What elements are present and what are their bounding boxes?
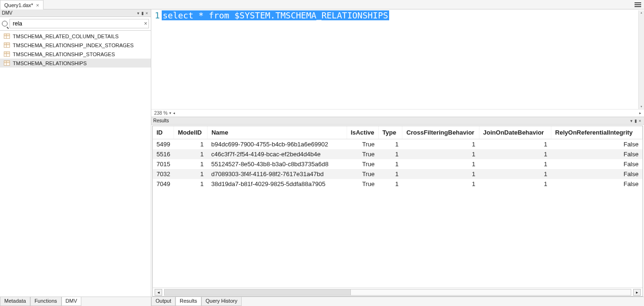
bottom-tab[interactable]: Functions bbox=[30, 297, 61, 306]
hscroll-left-icon[interactable]: ◂ bbox=[173, 111, 175, 115]
results-panel-header: Results ▾ ▮ × bbox=[151, 117, 644, 125]
dmv-item-label: TMSCHEMA_RELATIONSHIP_INDEX_STORAGES bbox=[13, 42, 134, 48]
cell: 5499 bbox=[153, 139, 174, 150]
dmv-item[interactable]: TMSCHEMA_RELATED_COLUMN_DETAILS bbox=[0, 32, 151, 41]
cell: True bbox=[347, 139, 378, 150]
zoom-level: 238 % bbox=[154, 110, 167, 116]
column-header[interactable]: CrossFilteringBehavior bbox=[402, 126, 479, 139]
zoom-dropdown-icon[interactable]: ▾ bbox=[169, 111, 171, 115]
table-icon bbox=[4, 34, 10, 39]
table-icon bbox=[4, 42, 10, 48]
dmv-tree: TMSCHEMA_RELATED_COLUMN_DETAILSTMSCHEMA_… bbox=[0, 31, 151, 297]
cell: False bbox=[551, 159, 643, 169]
document-tab-label: Query1.dax* bbox=[4, 2, 33, 8]
bottom-tab[interactable]: Metadata bbox=[0, 297, 30, 306]
cell: 1 bbox=[174, 179, 208, 189]
cell: 7015 bbox=[153, 159, 174, 169]
scroll-down-icon[interactable]: ▾ bbox=[639, 104, 644, 109]
bottom-tab[interactable]: Results bbox=[175, 297, 201, 306]
search-input[interactable] bbox=[9, 19, 149, 28]
results-panel-title: Results bbox=[153, 118, 629, 123]
hscroll-right-icon[interactable]: ▸ bbox=[639, 111, 641, 115]
scroll-left-icon[interactable]: ◂ bbox=[155, 289, 162, 296]
table-row[interactable]: 54991b94dc699-7900-4755-b4cb-96b1a6e6990… bbox=[153, 139, 643, 150]
cell: 38d19da7-b81f-4029-9825-5ddfa88a7905 bbox=[208, 179, 347, 189]
dmv-panel: DMV ▾ ▮ × × TMSCHEMA_RELATED_COLUMN_DETA… bbox=[0, 9, 151, 297]
table-row[interactable]: 7015155124527-8e50-43b8-b3a0-c8bd3735a6d… bbox=[153, 159, 643, 169]
bottom-tab[interactable]: Query History bbox=[201, 297, 242, 306]
dropdown-icon[interactable]: ▾ bbox=[629, 119, 634, 123]
dmv-panel-title: DMV bbox=[2, 10, 136, 16]
editor-gutter: 1 bbox=[151, 10, 162, 109]
cell: True bbox=[347, 169, 378, 179]
document-tab[interactable]: Query1.dax* × bbox=[0, 0, 44, 9]
cell: c46c3f7f-2f54-4149-bcac-ef2bed4d4b4e bbox=[208, 149, 347, 159]
dmv-item[interactable]: TMSCHEMA_RELATIONSHIP_INDEX_STORAGES bbox=[0, 41, 151, 50]
cell: 1 bbox=[479, 149, 551, 159]
table-row[interactable]: 55161c46c3f7f-2f54-4149-bcac-ef2bed4d4b4… bbox=[153, 149, 643, 159]
close-icon[interactable]: × bbox=[36, 2, 39, 8]
cell: True bbox=[347, 179, 378, 189]
bottom-tab[interactable]: Output bbox=[151, 297, 175, 306]
clear-icon[interactable]: × bbox=[142, 20, 149, 27]
cell: b94dc699-7900-4755-b4cb-96b1a6e69902 bbox=[208, 139, 347, 150]
query-editor[interactable]: select * from $SYSTEM.TMSCHEMA_RELATIONS… bbox=[162, 10, 638, 109]
results-grid[interactable]: IDModelIDNameIsActiveTypeCrossFilteringB… bbox=[153, 126, 643, 189]
cell: 1 bbox=[402, 159, 479, 169]
cell: 1 bbox=[378, 169, 402, 179]
editor-status-bar: 238 % ▾ ◂ ▸ bbox=[151, 109, 644, 117]
cell: True bbox=[347, 149, 378, 159]
line-number: 1 bbox=[155, 10, 160, 20]
tab-menu-icon[interactable] bbox=[635, 2, 641, 7]
cell: 1 bbox=[479, 159, 551, 169]
left-bottom-tabs: MetadataFunctionsDMV bbox=[0, 297, 151, 306]
close-icon[interactable]: × bbox=[638, 119, 642, 123]
dmv-item[interactable]: TMSCHEMA_RELATIONSHIP_STORAGES bbox=[0, 50, 151, 59]
pin-icon[interactable]: ▮ bbox=[140, 11, 145, 16]
cell: 1 bbox=[479, 139, 551, 150]
pin-icon[interactable]: ▮ bbox=[634, 119, 638, 123]
cell: 7049 bbox=[153, 179, 174, 189]
results-hscroll[interactable]: ◂ ▸ bbox=[153, 288, 643, 296]
cell: 7032 bbox=[153, 169, 174, 179]
cell: 1 bbox=[479, 179, 551, 189]
cell: 1 bbox=[378, 139, 402, 150]
cell: 1 bbox=[402, 169, 479, 179]
close-icon[interactable]: × bbox=[145, 11, 149, 16]
column-header[interactable]: ID bbox=[153, 126, 174, 139]
cell: 1 bbox=[402, 179, 479, 189]
cell: False bbox=[551, 139, 643, 150]
right-bottom-tabs: OutputResultsQuery History bbox=[151, 297, 644, 306]
column-header[interactable]: IsActive bbox=[347, 126, 378, 139]
scroll-up-icon[interactable]: ▴ bbox=[639, 10, 644, 15]
column-header[interactable]: Name bbox=[208, 126, 347, 139]
results-panel: Results ▾ ▮ × IDModelIDNameIsActiveTypeC… bbox=[151, 117, 644, 297]
bottom-tab[interactable]: DMV bbox=[61, 297, 81, 306]
cell: 1 bbox=[174, 149, 208, 159]
dmv-panel-header: DMV ▾ ▮ × bbox=[0, 9, 151, 17]
table-icon bbox=[4, 51, 10, 57]
editor-vscroll[interactable]: ▴ ▾ bbox=[638, 10, 644, 109]
column-header[interactable]: ModelID bbox=[174, 126, 208, 139]
cell: 1 bbox=[378, 149, 402, 159]
table-row[interactable]: 7049138d19da7-b81f-4029-9825-5ddfa88a790… bbox=[153, 179, 643, 189]
cell: 1 bbox=[378, 179, 402, 189]
query-editor-panel: 1 select * from $SYSTEM.TMSCHEMA_RELATIO… bbox=[151, 9, 644, 117]
dmv-search: × bbox=[0, 17, 151, 31]
cell: 1 bbox=[174, 169, 208, 179]
dmv-item[interactable]: TMSCHEMA_RELATIONSHIPS bbox=[0, 59, 151, 68]
cell: 5516 bbox=[153, 149, 174, 159]
column-header[interactable]: Type bbox=[378, 126, 402, 139]
table-row[interactable]: 70321d7089303-3f4f-4116-98f2-7617e31a47b… bbox=[153, 169, 643, 179]
cell: False bbox=[551, 169, 643, 179]
dmv-item-label: TMSCHEMA_RELATIONSHIP_STORAGES bbox=[13, 51, 115, 57]
column-header[interactable]: RelyOnReferentialIntegrity bbox=[551, 126, 643, 139]
scroll-right-icon[interactable]: ▸ bbox=[633, 289, 641, 296]
hscroll-track[interactable] bbox=[164, 289, 631, 296]
cell: 1 bbox=[174, 159, 208, 169]
cell: d7089303-3f4f-4116-98f2-7617e31a47bd bbox=[208, 169, 347, 179]
hscroll-thumb[interactable] bbox=[165, 289, 351, 295]
dmv-item-label: TMSCHEMA_RELATED_COLUMN_DETAILS bbox=[13, 34, 119, 39]
column-header[interactable]: JoinOnDateBehavior bbox=[479, 126, 551, 139]
dropdown-icon[interactable]: ▾ bbox=[136, 11, 140, 16]
